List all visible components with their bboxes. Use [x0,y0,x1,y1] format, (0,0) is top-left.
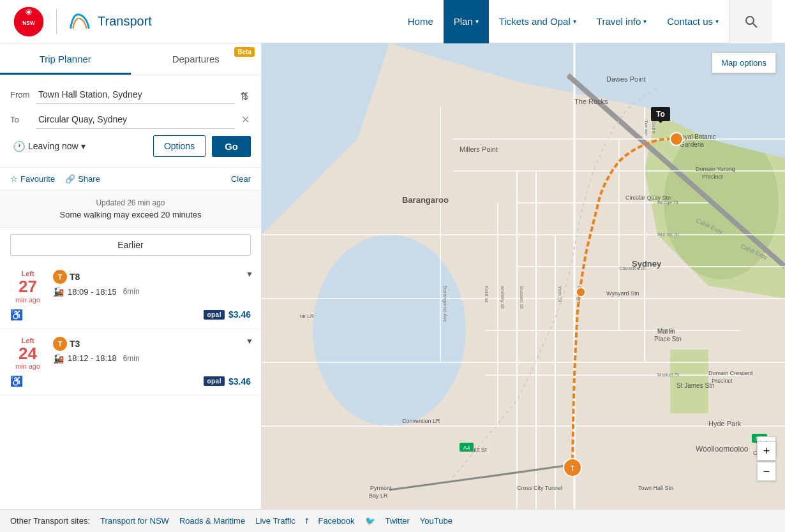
trip-duration: 6min [123,287,140,296]
map-options-button[interactable]: Map options [712,52,776,73]
map-area[interactable]: Millers Point The Rocks Dawes Point Bara… [262,43,785,532]
earlier-button[interactable]: Earlier [10,234,251,256]
sidebar: Trip Planner Departures Beta From ✕ ⇅ [0,43,262,532]
route-badge: T T8 [53,270,80,284]
contact-chevron-icon: ▾ [715,18,719,25]
tab-departures[interactable]: Departures Beta [131,43,262,75]
svg-line-5 [753,24,757,27]
svg-point-3 [27,10,31,13]
go-button[interactable]: Go [212,136,251,157]
svg-text:Barangaroo Ave: Barangaroo Ave [442,286,448,323]
main-container: Trip Planner Departures Beta From ✕ ⇅ [0,43,785,532]
logo-area: NSW Transport [13,6,191,38]
svg-rect-10 [670,350,708,413]
swap-button[interactable]: ⇅ [237,88,251,105]
footer-link-youtube[interactable]: YouTube [420,516,452,526]
svg-text:Millers Point: Millers Point [460,145,498,153]
route-circle: T [53,337,67,351]
fields-container: From ✕ ⇅ To ✕ [10,85,251,129]
trip-card[interactable]: ▼ Left 27 min ago T T8 [0,262,261,329]
from-input[interactable] [36,85,235,104]
share-icon: 🔗 [65,174,75,184]
search-button[interactable] [729,0,772,43]
footer-link-twitter[interactable]: Twitter [385,516,410,526]
footer: Other Transport sites: Transport for NSW… [0,509,785,532]
search-icon [745,15,758,28]
svg-text:Hyde Park: Hyde Park [708,420,742,427]
svg-text:South: South [651,120,657,133]
time-range: 18:12 - 18:18 [68,353,117,363]
nav-plan[interactable]: Plan ▾ [444,0,489,43]
price: $3.46 [228,309,251,320]
warning-text: Some walking may exceed 20 minutes [8,210,253,219]
svg-text:Pyrmont: Pyrmont [370,485,392,491]
options-button[interactable]: Options [153,135,206,157]
svg-text:tar LR: tar LR [300,313,314,319]
header: NSW Transport Home Plan ▾ Tickets and Op… [0,0,785,43]
zoom-out-button[interactable]: − [757,462,776,481]
left-number: 24 [10,344,45,363]
svg-text:Cross City Tunnel: Cross City Tunnel [517,485,562,491]
to-row: To ✕ [10,110,251,129]
route-name: T3 [70,339,80,349]
nav-contact[interactable]: Contact us ▾ [657,0,729,43]
clear-button[interactable]: Clear [231,174,251,184]
svg-text:The Rocks: The Rocks [574,98,608,105]
left-label: Left [10,337,45,344]
facebook-icon: f [306,516,308,526]
svg-text:T: T [571,465,574,472]
opal-badge: opal [204,376,225,386]
from-row: From ✕ [10,85,251,104]
favourite-button[interactable]: ☆ Favourite [10,174,55,184]
trip-bottom: ♿ opal $3.46 [10,309,251,321]
svg-text:Shelley St: Shelley St [500,286,505,309]
svg-text:Barangaroo: Barangaroo [402,195,449,205]
svg-text:Bay LR: Bay LR [369,492,388,499]
svg-text:Hunter St: Hunter St [657,232,680,237]
opal-badge: opal [204,310,225,320]
svg-point-4 [746,17,754,24]
trip-times: 🚂 18:09 - 18:15 6min [53,286,251,297]
expand-arrow-icon: ▼ [246,270,253,279]
share-button[interactable]: 🔗 Share [65,174,100,184]
route-circle: T [53,270,67,284]
svg-text:Dawes Point: Dawes Point [606,75,646,83]
tab-trip-planner[interactable]: Trip Planner [0,43,131,75]
svg-point-82 [670,133,683,145]
to-input[interactable] [36,110,235,129]
trip-card[interactable]: ▼ Left 24 min ago T T3 [0,329,261,396]
results-area[interactable]: Updated 26 min ago Some walking may exce… [0,191,261,532]
tickets-chevron-icon: ▾ [573,18,576,25]
opal-price: opal $3.46 [204,309,251,320]
footer-link-transport[interactable]: Transport for NSW [100,516,169,526]
nav-tickets[interactable]: Tickets and Opal ▾ [489,0,587,43]
svg-text:Town Hall Stn: Town Hall Stn [638,485,673,491]
star-icon: ☆ [10,174,18,184]
zoom-in-button[interactable]: + [757,441,776,461]
tabs: Trip Planner Departures Beta [0,43,261,75]
footer-link-live-traffic[interactable]: Live Traffic [255,516,295,526]
zoom-controls: + − [757,441,776,481]
trip-top: Left 27 min ago T T8 🚂 18:09 - 18:15 [10,270,251,304]
trip-form: From ✕ ⇅ To ✕ 🕐 Leaving now ▾ [0,75,261,168]
opal-price: opal $3.46 [204,376,251,387]
nav-travel-info[interactable]: Travel info ▾ [587,0,657,43]
left-info: Left 24 min ago [10,337,45,371]
actions-row: ☆ Favourite 🔗 Share Clear [0,168,261,191]
footer-link-facebook[interactable]: Facebook [318,516,354,526]
price: $3.46 [228,376,251,387]
trip-times: 🚂 18:12 - 18:18 6min [53,353,251,364]
status-message: Updated 26 min ago Some walking may exce… [0,191,261,228]
footer-link-roads[interactable]: Roads & Maritime [179,516,245,526]
to-clear-button[interactable]: ✕ [240,112,251,127]
twitter-icon: 🐦 [365,516,375,526]
svg-text:NSW: NSW [22,20,35,26]
svg-point-13 [313,235,466,426]
leaving-now-button[interactable]: 🕐 Leaving now ▾ [10,138,88,155]
plan-chevron-icon: ▾ [475,18,479,25]
svg-text:Place Stn: Place Stn [654,336,682,343]
clock-icon: 🕐 [13,140,26,152]
travel-info-chevron-icon: ▾ [643,18,647,25]
expand-arrow-icon: ▼ [246,337,253,346]
nav-home[interactable]: Home [398,0,444,43]
